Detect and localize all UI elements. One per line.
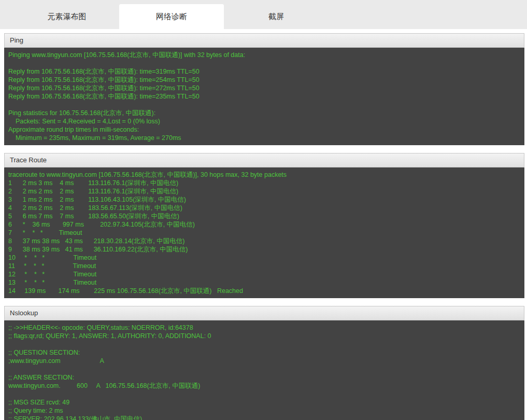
traceroute-terminal: traceroute to www.tingyun.com [106.75.56… [4, 167, 524, 298]
terminal-line: ;www.tingyun.com A [8, 357, 520, 365]
terminal-line: 14 139 ms 174 ms 225 ms 106.75.56.168(北京… [8, 287, 520, 295]
tab-element-waterfall[interactable]: 元素瀑布图 [15, 4, 119, 29]
terminal-line: 5 6 ms 7 ms 7 ms 183.56.65.50(深圳市, 中国电信) [8, 212, 520, 220]
diagnostics-content: Ping Pinging www.tingyun.com [106.75.56.… [0, 29, 527, 420]
nslookup-panel-title: Nslookup [10, 309, 38, 317]
traceroute-panel-title: Trace Route [10, 156, 47, 164]
terminal-line: ;; SERVER: 202.96.134.133(佛山市, 中国电信) [8, 415, 520, 420]
terminal-line: 12 * * * Timeout [8, 270, 520, 278]
terminal-line: Reply from 106.75.56.168(北京市, 中国联通): tim… [8, 92, 520, 101]
nslookup-panel-header: Nslookup [4, 306, 524, 320]
terminal-line: ;; Query time: 2 ms [8, 407, 520, 415]
terminal-line: Reply from 106.75.56.168(北京市, 中国联通): tim… [8, 84, 520, 92]
terminal-line: Reply from 106.75.56.168(北京市, 中国联通): tim… [8, 67, 520, 76]
terminal-line [8, 390, 520, 398]
terminal-line: 6 * 36 ms 997 ms 202.97.34.105(北京市, 中国电信… [8, 220, 520, 229]
tab-network-diagnosis[interactable]: 网络诊断 [119, 4, 224, 29]
terminal-line: 9 38 ms 39 ms 41 ms 36.110.169.22(北京市, 中… [8, 245, 520, 254]
terminal-line: ;; flags:qr,rd; QUERY: 1, ANSWER: 1, AUT… [8, 332, 520, 340]
terminal-line: Approximate round trip times in milli-se… [8, 125, 520, 134]
terminal-line: ;; ->>HEADER<<- opcode: QUERY,status: NO… [8, 324, 520, 332]
terminal-line: traceroute to www.tingyun.com [106.75.56… [8, 171, 520, 179]
terminal-line [8, 101, 520, 109]
terminal-line [8, 340, 520, 348]
terminal-line: 10 * * * Timeout [8, 254, 520, 262]
ping-panel-header: Ping [4, 33, 524, 48]
terminal-line [8, 365, 520, 373]
terminal-line: 4 2 ms 2 ms 2 ms 183.56.67.113(深圳市, 中国电信… [8, 204, 520, 212]
ping-terminal: Pinging www.tingyun.com [106.75.56.168(北… [4, 48, 524, 145]
panel-ping: Ping Pinging www.tingyun.com [106.75.56.… [4, 33, 524, 145]
terminal-line: ;; MSG SIZE rcvd: 49 [8, 398, 520, 407]
terminal-line: 13 * * * Timeout [8, 278, 520, 287]
terminal-line: 11 * * * Timeout [8, 262, 520, 270]
panel-nslookup: Nslookup ;; ->>HEADER<<- opcode: QUERY,s… [4, 306, 524, 420]
tab-screenshot[interactable]: 截屏 [224, 4, 329, 29]
terminal-line: www.tingyun.com. 600 A 106.75.56.168(北京市… [8, 382, 520, 390]
terminal-line [8, 59, 520, 67]
terminal-line: Pinging www.tingyun.com [106.75.56.168(北… [8, 51, 520, 59]
terminal-line: Minimum = 235ms, Maximum = 319ms, Averag… [8, 134, 520, 142]
terminal-line: Reply from 106.75.56.168(北京市, 中国联通): tim… [8, 76, 520, 84]
terminal-line: ;; ANSWER SECTION: [8, 373, 520, 382]
terminal-line: 1 2 ms 3 ms 4 ms 113.116.76.1(深圳市, 中国电信) [8, 179, 520, 187]
nslookup-terminal: ;; ->>HEADER<<- opcode: QUERY,status: NO… [4, 320, 524, 420]
terminal-line: Ping statistics for 106.75.56.168(北京市, 中… [8, 109, 520, 117]
traceroute-panel-header: Trace Route [4, 153, 524, 167]
panel-traceroute: Trace Route traceroute to www.tingyun.co… [4, 153, 524, 298]
terminal-line: 7 * * * Timeout [8, 229, 520, 237]
terminal-line: 8 37 ms 38 ms 43 ms 218.30.28.14(北京市, 中国… [8, 237, 520, 245]
terminal-line: Packets: Sent = 4,Received = 4,Lost = 0 … [8, 117, 520, 125]
ping-panel-title: Ping [10, 36, 23, 44]
terminal-line: ;; QUESTION SECTION: [8, 348, 520, 357]
terminal-line: 3 1 ms 2 ms 2 ms 113.106.43.105(深圳市, 中国电… [8, 195, 520, 204]
terminal-line: 2 2 ms 2 ms 2 ms 113.116.76.1(深圳市, 中国电信) [8, 187, 520, 195]
tab-bar: 元素瀑布图 网络诊断 截屏 [0, 0, 527, 29]
